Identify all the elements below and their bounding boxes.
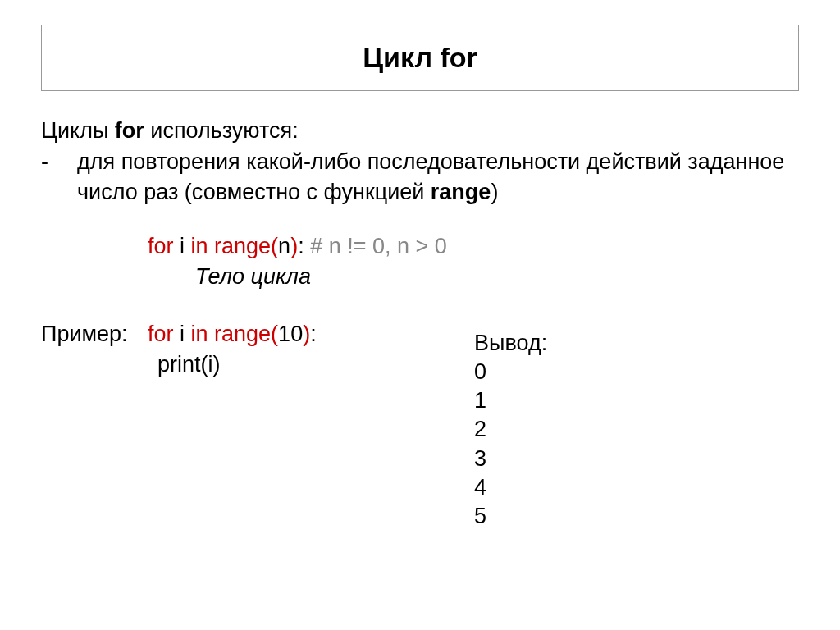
bullet-text: для повторения какой-либо последовательн… [77,147,799,207]
example-label: Пример: [41,319,148,349]
output-line-1: 1 [474,386,547,415]
example-print: print(i) [158,349,435,379]
comment-text: # n != 0, n > 0 [304,234,447,258]
ex-keyword-for: for [148,322,174,346]
intro-keyword: for [115,118,144,143]
content-area: Циклы for используются: - для повторения… [41,116,799,531]
output-line-2: 2 [474,415,547,444]
example-code-line-1: for i in range(10): [148,319,435,349]
colon: : [298,234,304,258]
ex-paren-close: ) [303,322,310,346]
example-label-empty [41,349,148,379]
ex-space [208,322,215,346]
output-line-0: 0 [474,358,547,386]
syntax-body: Тело цикла [195,262,799,291]
keyword-for: for [148,234,174,258]
var-n: n [278,234,290,258]
ex-ten: 10 [278,322,303,346]
example-column: Пример: for i in range(10): print(i) [41,319,435,531]
syntax-line-1: for i in range(n): # n != 0, n > 0 [148,231,799,261]
example-row-1: Пример: for i in range(10): [41,319,435,349]
example-row-2: print(i) [41,349,435,379]
output-line-5: 5 [474,502,547,531]
output-column: Вывод: 0 1 2 3 4 5 [474,329,547,531]
bullet-range-bold: range [431,180,491,204]
page-title: Цикл for [42,42,798,74]
bullet-item: - для повторения какой-либо последовател… [41,147,799,207]
syntax-block: for i in range(n): # n != 0, n > 0 Тело … [148,231,799,291]
output-label: Вывод: [474,329,547,358]
var-i: i [174,234,191,258]
bullet-post: ) [491,180,498,204]
keyword-in: in [191,234,208,258]
title-frame: Цикл for [41,25,799,91]
intro-suffix: используются: [144,118,299,143]
output-line-4: 4 [474,473,547,502]
intro-prefix: Циклы [41,118,115,143]
example-output-row: Пример: for i in range(10): print(i) Выв… [41,319,799,531]
bullet-dash: - [41,147,77,207]
ex-keyword-range: range( [214,322,278,346]
ex-var-i: i [174,322,191,346]
keyword-range: range( [214,234,278,258]
ex-colon: : [310,322,317,346]
space [208,234,215,258]
paren-close: ) [290,234,298,258]
intro-text: Циклы for используются: [41,116,799,145]
ex-keyword-in: in [191,322,208,346]
output-line-3: 3 [474,445,547,473]
